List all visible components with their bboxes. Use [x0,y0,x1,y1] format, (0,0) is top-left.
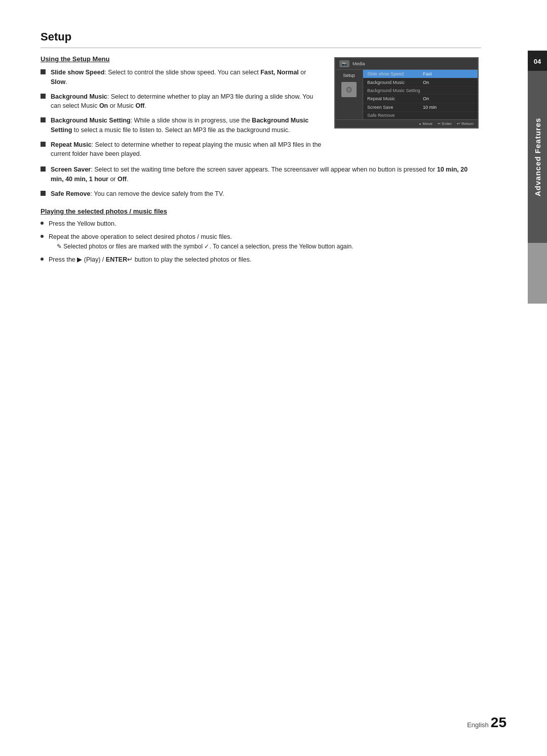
tv-left-panel: Setup ⚙ [335,70,363,119]
item-text: Press the ▶ (Play) / ENTER↵ button to pl… [49,255,481,265]
bullet-icon [41,94,46,99]
list-item-saferemove: Safe Remove: You can remove the device s… [41,189,481,199]
playing-item-1: Press the Yellow button. [41,219,481,229]
page-container: 04 Advanced Features Setup Using the Set… [0,0,547,756]
side-tab-lower-decoration [528,243,547,304]
item-text: Safe Remove: You can remove the device s… [51,189,481,199]
playing-item-2: Repeat the above operation to select des… [41,232,481,251]
tv-row-bgmusicsetting: Background Music Setting [363,87,478,95]
item-text: Slide show Speed: Select to control the … [51,68,324,87]
tv-display: 📷 Media Setup ⚙ Slide show Speed [334,57,479,129]
tv-row-saferemove: Safe Remove [363,112,478,119]
tv-row-screensave: Screen Save 10 min [363,103,478,112]
bullet-icon [41,117,46,122]
media-icon: 📷 [339,60,349,67]
setup-label-box: Setup ⚙ [341,73,357,97]
row-key: Background Music [367,80,423,85]
chapter-title-tab: Advanced Features [528,71,547,243]
item-text: Background Music Setting: While a slide … [51,116,324,135]
item-text: Repeat the above operation to select des… [49,232,481,251]
list-item: Repeat Music: Select to determine whethe… [41,140,324,159]
tv-row-slideshow: Slide show Speed Fast [363,70,478,78]
list-item-screensaver: Screen Saver: Select to set the waiting … [41,165,481,184]
move-label: Move [422,121,433,126]
row-val: On [423,96,429,101]
gear-icon: ⚙ [341,82,357,97]
footer-move: ⬧ Move [419,121,433,126]
tv-row-bgmusic: Background Music On [363,78,478,87]
list-item: Background Music Setting: While a slide … [41,116,324,135]
row-key: Slide show Speed [367,71,423,76]
page-number: 25 [491,715,506,731]
row-key: Repeat Music [367,96,423,101]
bullet-icon [41,166,46,172]
item-text: Screen Saver: Select to set the waiting … [51,165,481,184]
chapter-number: 04 [528,51,547,72]
move-icon: ⬧ [419,121,421,126]
section-title: Setup [41,30,481,48]
list-item: Slide show Speed: Select to control the … [41,68,324,87]
tv-body: Setup ⚙ Slide show Speed Fast Background… [335,70,478,119]
row-val: Fast [423,71,432,76]
bullet-icon [41,142,46,147]
tv-header-label: Media [353,61,365,66]
return-label: Return [461,121,474,126]
enter-label: Enter [442,121,452,126]
main-content: Using the Setup Menu Slide show Speed: S… [41,55,481,164]
item-text: Repeat Music: Select to determine whethe… [51,140,324,159]
left-column: Using the Setup Menu Slide show Speed: S… [41,55,334,164]
row-key: Screen Save [367,105,423,110]
playing-heading: Playing the selected photos / music file… [41,207,481,215]
list-item: Background Music: Select to determine wh… [41,92,324,111]
item-text: Press the Yellow button. [49,219,481,229]
tv-footer: ⬧ Move ↵ Enter ↩ Return [335,119,478,128]
tv-header: 📷 Media [335,58,478,70]
row-val: 10 min [423,105,437,110]
playing-item-3: Press the ▶ (Play) / ENTER↵ button to pl… [41,255,481,265]
tv-screen-mockup: 📷 Media Setup ⚙ Slide show Speed [334,55,481,164]
english-label: English [467,721,489,729]
bullet-icon [41,191,46,196]
footer-return: ↩ Return [457,121,474,126]
bullet-icon [41,69,46,74]
note-text: ✎ Selected photos or files are marked wi… [49,242,353,251]
dot-icon [41,222,44,225]
playing-list: Press the Yellow button. Repeat the abov… [41,219,481,264]
return-icon: ↩ [457,121,460,126]
setup-label: Setup [343,73,355,78]
dot-icon [41,235,44,238]
full-width-section: Screen Saver: Select to set the waiting … [41,165,481,198]
playing-section: Playing the selected photos / music file… [41,207,481,264]
page-footer: English 25 [467,715,506,731]
tv-row-repeatmusic: Repeat Music On [363,95,478,103]
enter-icon: ↵ [438,121,441,126]
setup-menu-list: Slide show Speed: Select to control the … [41,68,324,159]
dot-icon [41,258,44,261]
footer-enter: ↵ Enter [438,121,452,126]
tv-right-panel: Slide show Speed Fast Background Music O… [363,70,478,119]
extra-items-list: Screen Saver: Select to set the waiting … [41,165,481,198]
setup-menu-heading: Using the Setup Menu [41,55,324,63]
row-val: On [423,80,429,85]
item-text: Background Music: Select to determine wh… [51,92,324,111]
